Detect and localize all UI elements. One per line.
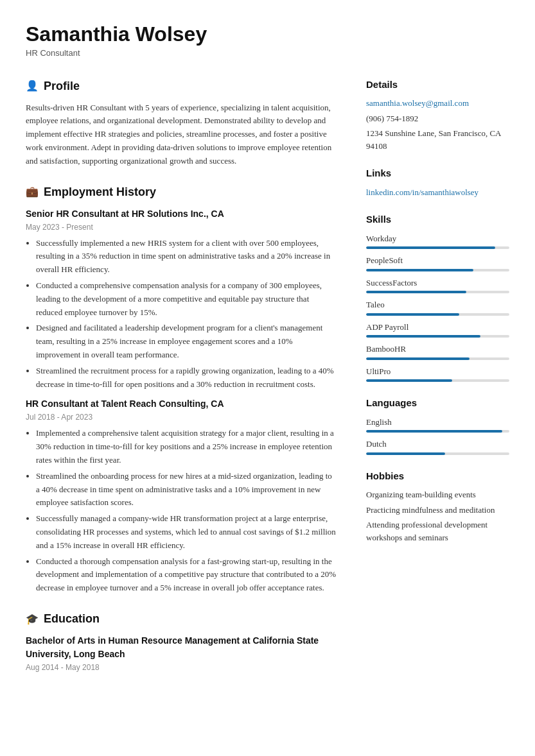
skill-workday: Workday	[366, 232, 509, 250]
skills-section: Skills Workday PeopleSoft SuccessFactors	[366, 212, 509, 382]
job-title-1: Senior HR Consultant at HR Solutions Inc…	[26, 207, 337, 221]
skill-bar-bg-bamboohr	[366, 357, 509, 360]
skill-bar-fill-ultipro	[366, 379, 452, 382]
bullet: Streamlined the onboarding process for n…	[36, 470, 337, 510]
job-date-1: May 2023 - Present	[26, 221, 337, 233]
hobby-1: Organizing team-building events	[366, 488, 509, 501]
job-title-2: HR Consultant at Talent Reach Consulting…	[26, 397, 337, 411]
hobby-3: Attending professional development works…	[366, 519, 509, 544]
bullet: Streamlined the recruitment process for …	[36, 365, 337, 391]
skill-peoplesoft: PeopleSoft	[366, 254, 509, 271]
left-column: 👤 Profile Results-driven HR Consultant w…	[26, 78, 360, 730]
hobby-2: Practicing mindfulness and meditation	[366, 504, 509, 517]
skill-bar-fill-adp	[366, 335, 480, 338]
lang-dutch: Dutch	[366, 438, 509, 455]
linkedin-link[interactable]: linkedin.com/in/samanthiawolsey	[366, 187, 478, 197]
main-layout: 👤 Profile Results-driven HR Consultant w…	[26, 78, 509, 730]
resume-page: Samanthia Wolsey HR Consultant 👤 Profile…	[0, 0, 535, 756]
job-date-2: Jul 2018 - Apr 2023	[26, 411, 337, 423]
skill-adp: ADP Payroll	[366, 321, 509, 338]
skill-bar-fill-workday	[366, 246, 495, 249]
address: 1234 Sunshine Lane, San Francisco, CA 94…	[366, 127, 509, 152]
skill-bar-bg-taleo	[366, 313, 509, 316]
education-section: 🎓 Education Bachelor of Arts in Human Re…	[26, 610, 337, 673]
skill-bar-fill-bamboohr	[366, 357, 469, 360]
bullet: Conducted a thorough compensation analys…	[36, 555, 337, 595]
education-section-title: 🎓 Education	[26, 610, 337, 628]
languages-section: Languages English Dutch	[366, 396, 509, 455]
skill-name-ultipro: UltiPro	[366, 365, 509, 378]
candidate-title: HR Consultant	[26, 47, 509, 60]
skill-bar-bg-adp	[366, 335, 509, 338]
skill-name-taleo: Taleo	[366, 298, 509, 311]
edu-date-1: Aug 2014 - May 2018	[26, 662, 337, 673]
skill-bar-bg-successfactors	[366, 291, 509, 293]
profile-section: 👤 Profile Results-driven HR Consultant w…	[26, 78, 337, 168]
bullet: Conducted a comprehensive compensation a…	[36, 279, 337, 319]
hobbies-title: Hobbies	[366, 469, 509, 484]
job-item-2: HR Consultant at Talent Reach Consulting…	[26, 397, 337, 595]
lang-bar-fill-dutch	[366, 452, 445, 455]
job-bullets-2: Implemented a comprehensive talent acqui…	[36, 427, 337, 595]
right-column: Details samanthia.wolsey@gmail.com (906)…	[360, 78, 509, 730]
lang-bar-bg-dutch	[366, 452, 509, 455]
skill-name-peoplesoft: PeopleSoft	[366, 254, 509, 267]
lang-name-english: English	[366, 416, 509, 429]
bullet: Designed and facilitated a leadership de…	[36, 322, 337, 361]
hobbies-section: Hobbies Organizing team-building events …	[366, 469, 509, 544]
skill-bar-bg-ultipro	[366, 379, 509, 382]
details-title: Details	[366, 78, 509, 92]
employment-icon: 💼	[26, 184, 39, 200]
skill-name-bamboohr: BambooHR	[366, 343, 509, 356]
skill-name-workday: Workday	[366, 232, 509, 245]
skills-title: Skills	[366, 212, 509, 227]
lang-name-dutch: Dutch	[366, 438, 509, 451]
bullet: Implemented a comprehensive talent acqui…	[36, 427, 337, 467]
job-bullets-1: Successfully implemented a new HRIS syst…	[36, 237, 337, 391]
lang-bar-bg-english	[366, 430, 509, 433]
email-link[interactable]: samanthia.wolsey@gmail.com	[366, 97, 509, 110]
bullet: Successfully implemented a new HRIS syst…	[36, 237, 337, 277]
skill-taleo: Taleo	[366, 298, 509, 316]
links-section: Links linkedin.com/in/samanthiawolsey	[366, 166, 509, 198]
employment-section-title: 💼 Employment History	[26, 184, 337, 201]
details-section: Details samanthia.wolsey@gmail.com (906)…	[366, 78, 509, 153]
skill-bamboohr: BambooHR	[366, 343, 509, 360]
links-title: Links	[366, 166, 509, 181]
lang-bar-fill-english	[366, 430, 502, 433]
skill-bar-fill-taleo	[366, 313, 459, 316]
profile-icon: 👤	[26, 78, 39, 94]
edu-title-1: Bachelor of Arts in Human Resource Manag…	[26, 634, 337, 661]
lang-english: English	[366, 416, 509, 433]
skill-name-successfactors: SuccessFactors	[366, 277, 509, 289]
skill-successfactors: SuccessFactors	[366, 277, 509, 294]
skill-bar-bg-workday	[366, 246, 509, 249]
employment-section: 💼 Employment History Senior HR Consultan…	[26, 184, 337, 595]
edu-item-1: Bachelor of Arts in Human Resource Manag…	[26, 634, 337, 673]
profile-section-title: 👤 Profile	[26, 78, 337, 95]
skill-name-adp: ADP Payroll	[366, 321, 509, 334]
skill-ultipro: UltiPro	[366, 365, 509, 382]
profile-text: Results-driven HR Consultant with 5 year…	[26, 101, 337, 168]
phone-number: (906) 754-1892	[366, 112, 509, 125]
skill-bar-bg-peoplesoft	[366, 269, 509, 271]
education-icon: 🎓	[26, 612, 39, 627]
header: Samanthia Wolsey HR Consultant	[26, 23, 509, 60]
candidate-name: Samanthia Wolsey	[26, 23, 509, 46]
bullet: Successfully managed a company-wide HR t…	[36, 512, 337, 552]
skill-bar-fill-peoplesoft	[366, 269, 473, 271]
skill-bar-fill-successfactors	[366, 291, 466, 293]
job-item-1: Senior HR Consultant at HR Solutions Inc…	[26, 207, 337, 391]
languages-title: Languages	[366, 396, 509, 411]
